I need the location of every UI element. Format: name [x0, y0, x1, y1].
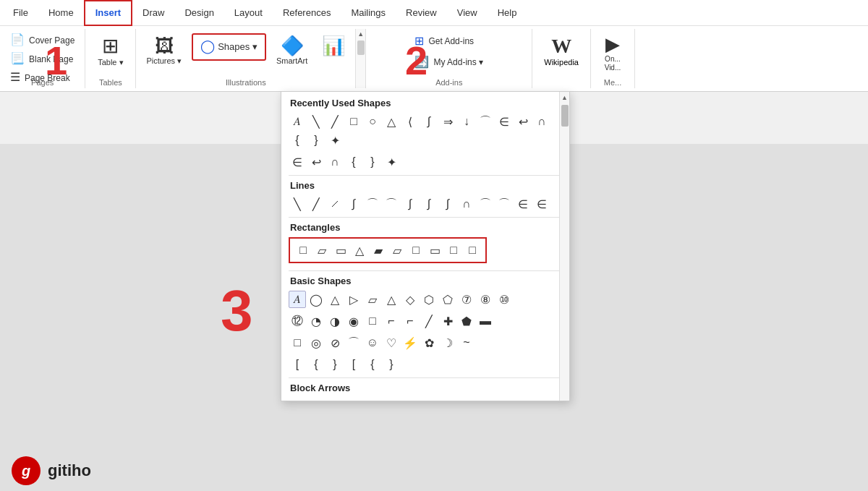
shape-curve3[interactable]: ∩ — [326, 153, 344, 171]
shape-arc[interactable]: ⌒ — [477, 113, 494, 130]
rect-10[interactable]: □ — [464, 242, 481, 259]
shape-triangle[interactable]: △ — [383, 113, 400, 130]
tab-review[interactable]: Review — [396, 0, 447, 26]
bs-13[interactable]: ⑫ — [289, 312, 306, 330]
bs-19[interactable]: ⌐ — [401, 312, 419, 330]
bs-11[interactable]: ⑧ — [477, 291, 494, 308]
shape-brace-l2[interactable]: { — [345, 153, 362, 171]
shapes-button[interactable]: ◯ Shapes ▾ — [192, 33, 266, 61]
scroll-up[interactable]: ▲ — [560, 92, 570, 103]
rect-1[interactable]: □ — [294, 242, 312, 259]
shape-bracket-l[interactable]: ⟨ — [401, 113, 419, 130]
tab-draw[interactable]: Draw — [132, 0, 174, 26]
bs-2[interactable]: ◯ — [307, 291, 325, 308]
shape-arrow-d[interactable]: ↓ — [458, 113, 475, 130]
smartart-button[interactable]: 🔷 SmartArt — [272, 33, 312, 69]
shape-line2[interactable]: ╱ — [326, 113, 344, 130]
tab-mailings[interactable]: Mailings — [341, 0, 396, 26]
pictures-button[interactable]: 🖼 Pictures ▾ — [142, 33, 186, 69]
line-10[interactable]: ∩ — [458, 195, 475, 213]
bs-23[interactable]: ▬ — [477, 312, 494, 330]
line-4[interactable]: ∫ — [345, 195, 362, 213]
bs-37[interactable]: [ — [345, 356, 362, 373]
line-5[interactable]: ⌒ — [364, 195, 381, 213]
bs-29[interactable]: ♡ — [383, 334, 400, 351]
bs-1[interactable]: 𝐴 — [289, 291, 306, 308]
rect-8[interactable]: ▭ — [426, 242, 443, 259]
line-11[interactable]: ⌒ — [477, 195, 494, 213]
tab-home[interactable]: Home — [38, 0, 84, 26]
tab-layout[interactable]: Layout — [224, 0, 273, 26]
bs-16[interactable]: ◉ — [345, 312, 362, 330]
line-1[interactable]: ╲ — [289, 195, 306, 213]
wikipedia-button[interactable]: W Wikipedia — [538, 32, 584, 69]
blank-page-button[interactable]: 📃 Blank Page — [6, 51, 77, 68]
bs-17[interactable]: □ — [364, 312, 381, 330]
bs-32[interactable]: ☽ — [439, 334, 456, 351]
bs-26[interactable]: ⊘ — [326, 334, 344, 351]
shape-rect[interactable]: □ — [345, 113, 362, 130]
bs-8[interactable]: ⬡ — [420, 291, 438, 308]
bs-30[interactable]: ⚡ — [401, 334, 419, 351]
bs-33[interactable]: ~ — [458, 334, 475, 351]
shape-wave[interactable]: ∩ — [533, 113, 550, 130]
bs-36[interactable]: } — [326, 356, 344, 373]
my-addins-button[interactable]: 🔄 My Add-ins ▾ — [409, 53, 489, 71]
tab-design[interactable]: Design — [174, 0, 224, 26]
bs-12[interactable]: ⑩ — [495, 291, 513, 308]
bs-3[interactable]: △ — [326, 291, 344, 308]
shape-star2[interactable]: ✦ — [383, 153, 400, 171]
bs-34[interactable]: [ — [289, 356, 306, 373]
rect-4[interactable]: △ — [351, 242, 368, 259]
rect-9[interactable]: □ — [445, 242, 462, 259]
bs-5[interactable]: ▱ — [364, 291, 381, 308]
cover-page-button[interactable]: 📄 Cover Page — [6, 32, 79, 49]
rect-6[interactable]: ▱ — [388, 242, 406, 259]
shape-arrow-l[interactable]: ↩ — [514, 113, 532, 130]
bs-18[interactable]: ⌐ — [383, 312, 400, 330]
shape-curly[interactable]: ∈ — [495, 113, 513, 130]
bs-21[interactable]: ✚ — [439, 312, 456, 330]
shape-curve1[interactable]: ∈ — [289, 153, 306, 171]
bs-14[interactable]: ◔ — [307, 312, 325, 330]
bs-15[interactable]: ◑ — [326, 312, 344, 330]
rect-2[interactable]: ▱ — [313, 242, 331, 259]
line-12[interactable]: ⌒ — [495, 195, 513, 213]
shape-integral[interactable]: ∫ — [420, 113, 438, 130]
line-9[interactable]: ∫ — [439, 195, 456, 213]
line-7[interactable]: ∫ — [401, 195, 419, 213]
bs-24[interactable]: □ — [289, 334, 306, 351]
online-video-button[interactable]: ▶ On...Vid... — [597, 32, 629, 75]
shape-line1[interactable]: ╲ — [307, 113, 325, 130]
table-button[interactable]: ⊞ Table ▾ — [93, 33, 129, 70]
bs-9[interactable]: ⬠ — [439, 291, 456, 308]
line-8[interactable]: ∫ — [420, 195, 438, 213]
tab-references[interactable]: References — [273, 0, 341, 26]
tab-insert[interactable]: Insert — [84, 0, 132, 26]
bs-28[interactable]: ☺ — [364, 334, 381, 351]
shape-brace-r2[interactable]: } — [364, 153, 381, 171]
bs-35[interactable]: { — [307, 356, 325, 373]
bs-25[interactable]: ◎ — [307, 334, 325, 351]
bs-4[interactable]: ▷ — [345, 291, 362, 308]
line-6[interactable]: ⌒ — [383, 195, 400, 213]
shape-curve2[interactable]: ↩ — [307, 153, 325, 171]
bs-31[interactable]: ✿ — [420, 334, 438, 351]
shape-star[interactable]: ✦ — [326, 132, 344, 149]
bs-27[interactable]: ⌒ — [345, 334, 362, 351]
bs-10[interactable]: ⑦ — [458, 291, 475, 308]
bs-39[interactable]: } — [383, 356, 400, 373]
tab-file[interactable]: File — [3, 0, 38, 26]
rect-5[interactable]: ▰ — [370, 242, 387, 259]
bs-38[interactable]: { — [364, 356, 381, 373]
rect-3[interactable]: ▭ — [332, 242, 349, 259]
bs-7[interactable]: ◇ — [401, 291, 419, 308]
more-illustrations-button[interactable]: 📊 — [318, 33, 349, 59]
bs-20[interactable]: ╱ — [420, 312, 438, 330]
line-13[interactable]: ∈ — [514, 195, 532, 213]
tab-help[interactable]: Help — [488, 0, 527, 26]
shape-circle[interactable]: ○ — [364, 113, 381, 130]
line-14[interactable]: ∈ — [533, 195, 550, 213]
rect-7[interactable]: □ — [407, 242, 425, 259]
line-3[interactable]: ⟋ — [326, 195, 344, 213]
